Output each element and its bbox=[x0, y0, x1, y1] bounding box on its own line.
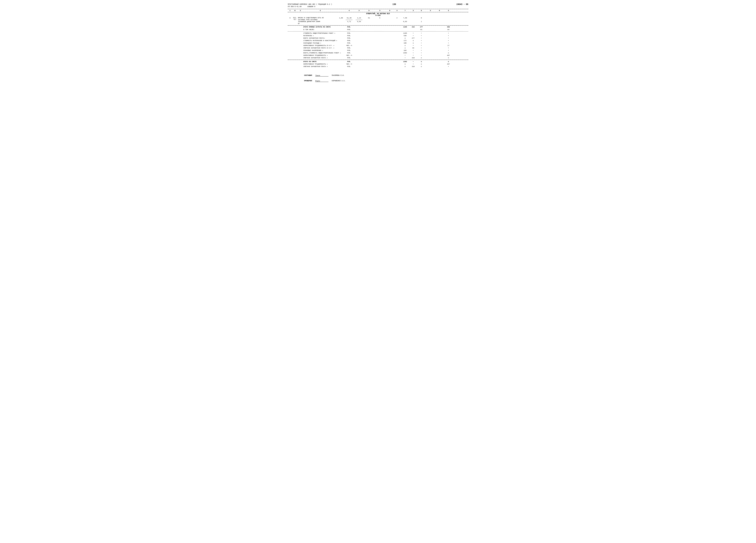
col-h-8: 8 bbox=[417, 10, 426, 12]
col-h-7z: З bbox=[410, 10, 417, 12]
cost-row-1: СТОИМОСТЬ ОБЩЕСТРОИТЕЛЬНЫХ РАБОТ = РУБ. … bbox=[288, 32, 468, 34]
entry-col9b: 2 bbox=[393, 17, 401, 19]
summary-row-2: НОРМАТИВНАЯ ТРУДОЕМКОСТЬ = ЧЕЛ.-Ч о • о … bbox=[288, 63, 468, 65]
cost-row-3: ВСЕГО ЗАРАБОТНАЯ ПЛАТА= РУБ. о 277 • • bbox=[288, 37, 468, 39]
summary-section: ИТОГО ПО СМЕТЕ РУБ. 1392 • о о НОРМАТИВН… bbox=[288, 60, 468, 68]
program-label: ПРОГРАММНЫЙ КОМПЛЕКС АВС-3ЕС ( РЕДАКЦИЯ … bbox=[288, 3, 332, 6]
entry-col5: 51,30 •••••••••• 4,71 bbox=[345, 17, 354, 23]
col-h-10: З bbox=[444, 10, 453, 12]
cost-row-4: СТОИМОСТЬ МАТЕРИАЛОВ И КОНСТРУКЦИЙ = РУБ… bbox=[288, 39, 468, 42]
costs-border-top bbox=[288, 31, 468, 32]
col-h-5z: З bbox=[374, 10, 386, 12]
entry-col6: 2,13 •••••••••• 9,64 bbox=[354, 17, 365, 23]
entry-col14 bbox=[444, 17, 453, 17]
summary-border-top bbox=[288, 60, 468, 60]
col-h-8z: З bbox=[426, 10, 435, 12]
compiled-name: ПАХОМОВА Е.И. bbox=[332, 75, 345, 76]
col-h-4: 4 bbox=[345, 10, 354, 12]
entry-col11b: 81 bbox=[417, 17, 426, 23]
direct-costs-row: ИТОГО ПРЯМЫЕ ЗАТРАТЫ ПО СМЕТЕ РУБ. 1105 … bbox=[288, 26, 468, 28]
col-h-6z: З bbox=[393, 10, 401, 12]
entry-qty: 1,00 bbox=[337, 17, 345, 19]
entry-col12 bbox=[426, 17, 435, 17]
entry-col10: 7,980,83 bbox=[401, 17, 410, 23]
entry-col7: 51 bbox=[365, 17, 374, 19]
cost-row-5: НАКЛАДНЫЕ РАСХОДЫ = РУБ. 188 о • • bbox=[288, 42, 468, 44]
cost-row-7: СМЕТНАЯ ЗАРАБОТНАЯ ПЛАТА В Н.Р. = РУБ. о… bbox=[288, 47, 468, 49]
col-h-4z: З bbox=[354, 10, 365, 12]
col-h-5: 5 bbox=[365, 10, 374, 12]
signatures-section: СОСТАВИЛ Тавот ПАХОМОВА Е.И. ПРОВЕРИЛ Ко… bbox=[288, 74, 468, 82]
document-header: ПРОГРАММНЫЙ КОМПЛЕКС АВС-3ЕС ( РЕДАКЦИЯ … bbox=[288, 3, 468, 8]
checked-signature: Корни bbox=[315, 80, 328, 82]
section-title: ОТВЕРСТИЙ, ИЗ БЕТОНА В15 М КУБ bbox=[288, 12, 468, 17]
cost-row-11: СМЕТНАЯ ЗАРАБОТНАЯ ПЛАТА = РУБ. • 310 о … bbox=[288, 57, 468, 59]
summary-row-3: СМЕТНАЯ ЗАРАБОТНАЯ ПЛАТА = РУБ. о 310 о … bbox=[288, 65, 468, 68]
checked-name: КОРНИЕНКО А.А. bbox=[332, 80, 346, 82]
compiled-row: СОСТАВИЛ Тавот ПАХОМОВА Е.И. bbox=[304, 74, 346, 76]
incl-row: В ТОМ ЧИСЛЕ: РУБ. 61 84 bbox=[288, 28, 468, 31]
entry-col3: ВРЕЗКА В СУЩЕСТВУЮЩУЮ СЕТЬ ИЗ ЧУГУННЫХ Т… bbox=[298, 17, 337, 25]
cost-row-10: НОРМАТИВНАЯ ТРУДОЕМКОСТЬ = ЧЕЛ.-Ч • • • … bbox=[288, 54, 468, 57]
col-h-9: 9 bbox=[435, 10, 444, 12]
standard-album: УП 503-5-41.99 АЛЬБОН 6 bbox=[288, 6, 332, 8]
cost-row-8: ПЛАНОВЫЕ НАКОПЛЕНИЯ = РУБ. 103 • • • bbox=[288, 49, 468, 52]
compiled-label: СОСТАВИЛ bbox=[304, 75, 312, 76]
header-left: ПРОГРАММНЫЙ КОМПЛЕКС АВС-3ЕС ( РЕДАКЦИЯ … bbox=[288, 3, 332, 8]
page-number: 130 bbox=[392, 3, 396, 6]
summary-row-1: ИТОГО ПО СМЕТЕ РУБ. 1392 • о о bbox=[288, 60, 468, 63]
entry-num: 8 bbox=[288, 17, 292, 19]
cost-row-6: НОРМАТИВНАЯ ТРУДОЕМКОСТЬ В Н.Р. = ЧЕЛ.-Ч… bbox=[288, 44, 468, 47]
checked-row: ПРОВЕРИЛ Корни КОРНИЕНКО А.А. bbox=[304, 80, 346, 82]
entry-col11a bbox=[410, 17, 417, 17]
col-h-7: 7 bbox=[401, 10, 410, 12]
document-number: 24643 - 06 bbox=[456, 3, 468, 6]
compiled-block: СОСТАВИЛ Тавот ПАХОМОВА Е.И. ПРОВЕРИЛ Ко… bbox=[304, 74, 346, 82]
entry-col13 bbox=[435, 17, 444, 17]
checked-label: ПРОВЕРИЛ bbox=[304, 80, 312, 82]
costs-section: СТОИМОСТЬ ОБЩЕСТРОИТЕЛЬНЫХ РАБОТ = РУБ. … bbox=[288, 32, 468, 59]
col-h-1: 1 bbox=[288, 10, 292, 12]
col-h-2: 2 bbox=[298, 10, 303, 12]
column-header-row: 1 Б 2 З 4 З 5 З 6 З 7 З 8 З 9 З bbox=[288, 9, 468, 12]
col-h-spacer bbox=[337, 11, 345, 11]
col-h-b: Б bbox=[292, 10, 298, 12]
col-h-6: 6 bbox=[386, 10, 393, 12]
cost-row-9: ВСЕГО,СТОИМОСТЬ ОБЩЕСТРОИТЕЛЬНЫХ РАБОТ =… bbox=[288, 52, 468, 54]
entry-col9a bbox=[386, 17, 393, 17]
cost-row-2: МАТЕРИАЛЫ = РУБ. 540 • • • bbox=[288, 34, 468, 37]
entry-row-e22: 8 Е22-417 ВРЕЗКА В СУЩЕСТВУЮЩУЮ СЕТЬ ИЗ … bbox=[288, 17, 468, 25]
entry-code: Е22-417 bbox=[292, 17, 298, 21]
entry-col8: 5 bbox=[374, 17, 386, 19]
compiled-signature: Тавот bbox=[315, 74, 328, 76]
col-h-3: З bbox=[303, 10, 337, 12]
document-container: ПРОГРАММНЫЙ КОМПЛЕКС АВС-3ЕС ( РЕДАКЦИЯ … bbox=[288, 3, 468, 82]
